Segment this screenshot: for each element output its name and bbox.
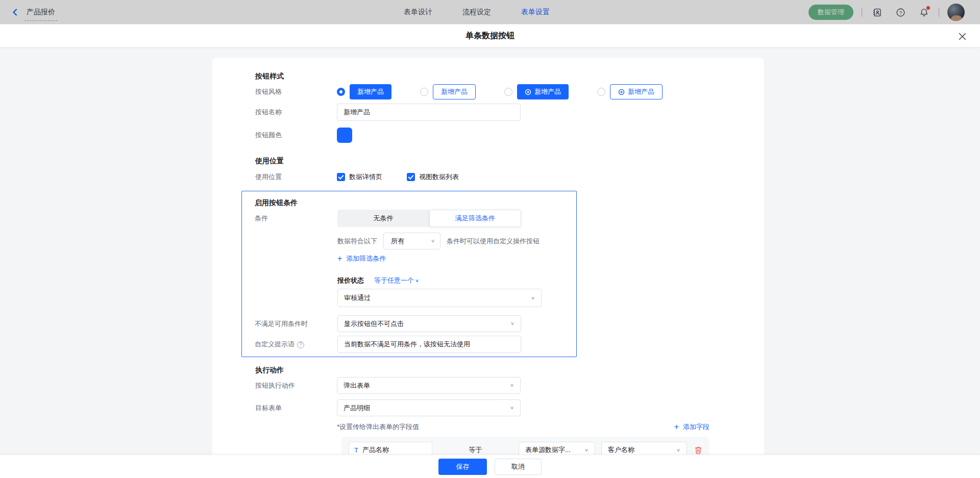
filter-operator-label: 等于任意一个 (374, 276, 414, 285)
custom-tip-row: 自定义提示语? (255, 336, 576, 353)
section-title-usage: 使用位置 (255, 156, 764, 165)
button-color-label: 按钮颜色 (255, 131, 337, 140)
field-values-label: *设置传给弹出表单的字段值 (337, 422, 674, 432)
segment-no-condition[interactable]: 无条件 (337, 210, 429, 227)
section-title-condition: 启用按钮条件 (255, 198, 576, 207)
button-action-label: 按钮执行动作 (255, 381, 337, 390)
bell-icon[interactable] (917, 6, 930, 19)
checkbox-label: 数据详情页 (349, 172, 382, 182)
custom-tip-label-text: 自定义提示语 (255, 340, 295, 348)
source-type-value: 表单源数据字... (525, 445, 584, 455)
circle-dot-icon (618, 89, 625, 95)
back-icon (11, 8, 19, 16)
custom-tip-label: 自定义提示语? (255, 340, 337, 349)
source-field-value: 客户名称 (608, 445, 676, 455)
dialog-footer: 保存 取消 (0, 455, 980, 478)
button-action-dropdown[interactable]: 弹出表单 ∨ (337, 377, 521, 394)
app-title[interactable]: 产品报价 (24, 7, 57, 21)
plus-icon: + (337, 255, 342, 263)
button-preview-outline: 新增产品 (433, 84, 476, 99)
target-form-dropdown[interactable]: 产品明细 ∨ (337, 399, 521, 416)
back-button[interactable] (11, 8, 19, 16)
add-filter-label: 添加筛选条件 (346, 254, 386, 263)
section-title-button-style: 按钮样式 (255, 71, 764, 81)
add-field-link[interactable]: + 添加字段 (674, 422, 709, 432)
svg-text:?: ? (899, 9, 902, 15)
radio-unchecked-icon[interactable] (504, 88, 512, 96)
button-action-value: 弹出表单 (344, 381, 510, 390)
style-option-outline[interactable]: 新增产品 (420, 84, 476, 99)
match-mode-select[interactable]: 所有 ∨ (383, 233, 440, 249)
dialog-title: 单条数据按钮 (465, 31, 514, 41)
question-circle-icon[interactable]: ? (297, 341, 304, 348)
filter-condition-header: 报价状态 等于任意一个 ∨ (337, 276, 576, 285)
condition-segmented-control: 无条件 满足筛选条件 (337, 210, 521, 227)
checkbox-label: 视图数据列表 (419, 172, 459, 182)
radio-checked-icon[interactable] (337, 88, 345, 96)
radio-unchecked-icon[interactable] (420, 88, 428, 96)
notification-dot (926, 6, 930, 10)
plus-icon: + (674, 423, 679, 431)
topbar-left: 产品报价 (11, 0, 57, 24)
avatar[interactable] (947, 4, 965, 21)
divider (862, 8, 862, 17)
section-title-action: 执行动作 (255, 365, 764, 374)
checkbox-checked-icon[interactable] (337, 173, 345, 181)
cancel-button[interactable]: 取消 (495, 459, 542, 475)
add-filter-link[interactable]: + 添加筛选条件 (337, 254, 576, 263)
button-style-row: 按钮风格 新增产品 新增产品 新增产品 (255, 83, 764, 100)
dialog-header: 单条数据按钮 (0, 24, 980, 47)
style-option-filled[interactable]: 新增产品 (337, 84, 391, 99)
filter-value-dropdown[interactable]: 审核通过 ∨ (337, 289, 542, 307)
button-name-input[interactable] (337, 104, 521, 121)
filter-field-name: 报价状态 (337, 276, 364, 285)
chevron-down-icon: ∨ (676, 447, 680, 452)
style-option-outline-icon[interactable]: 新增产品 (597, 84, 663, 99)
circle-dot-icon (525, 89, 531, 95)
target-form-label: 目标表单 (255, 404, 337, 413)
tab-flow-setting[interactable]: 流程设定 (462, 8, 491, 17)
match-suffix-text: 条件时可以使用自定义操作按钮 (447, 237, 540, 246)
chevron-down-icon: ∨ (431, 238, 435, 243)
chevron-down-icon: ∨ (510, 321, 514, 326)
tab-form-design[interactable]: 表单设计 (404, 8, 432, 17)
trash-icon[interactable] (694, 446, 702, 455)
chevron-down-icon: ∨ (531, 295, 535, 300)
button-name-row: 按钮名称 (255, 104, 764, 121)
data-manage-button[interactable]: 数据管理 (808, 5, 853, 20)
match-mode-value: 所有 (391, 237, 431, 246)
button-color-swatch[interactable] (337, 128, 352, 143)
radio-unchecked-icon[interactable] (597, 88, 605, 96)
checkbox-checked-icon[interactable] (407, 173, 415, 181)
style-option-filled-icon[interactable]: 新增产品 (504, 84, 569, 99)
contacts-icon[interactable] (870, 6, 884, 19)
checkbox-view-list[interactable]: 视图数据列表 (407, 172, 459, 182)
segment-filter-condition[interactable]: 满足筛选条件 (429, 210, 521, 227)
help-icon[interactable]: ? (894, 6, 907, 19)
tab-form-setting[interactable]: 表单设置 (521, 8, 550, 17)
unmet-condition-row: 不满足可用条件时 显示按钮但不可点击 ∨ (255, 315, 576, 332)
checkbox-detail-page[interactable]: 数据详情页 (337, 172, 382, 182)
button-preview-outline-icon: 新增产品 (610, 84, 663, 99)
button-action-row: 按钮执行动作 弹出表单 ∨ (255, 377, 764, 394)
add-field-label: 添加字段 (683, 422, 709, 432)
close-icon[interactable] (957, 31, 968, 42)
button-preview-filled: 新增产品 (350, 84, 391, 99)
button-name-label: 按钮名称 (255, 108, 337, 117)
match-rule-row: 数据符合以下 所有 ∨ 条件时可以使用自定义操作按钮 (337, 233, 576, 249)
target-field-name: 产品名称 (362, 445, 389, 455)
usage-row: 使用位置 数据详情页 视图数据列表 (255, 172, 764, 182)
save-button[interactable]: 保存 (438, 459, 487, 475)
custom-tip-input[interactable] (337, 336, 521, 353)
button-preview-label: 新增产品 (628, 87, 654, 96)
chevron-down-icon: ∨ (510, 383, 514, 388)
topbar-tabs: 表单设计 流程设定 表单设置 (404, 0, 550, 24)
topbar-right: 数据管理 ? (808, 0, 965, 24)
field-values-header: *设置传给弹出表单的字段值 + 添加字段 (337, 422, 709, 432)
condition-box: 启用按钮条件 条件 无条件 满足筛选条件 数据符合以下 所有 ∨ 条件时可以使用… (241, 191, 577, 357)
filter-operator-link[interactable]: 等于任意一个 ∨ (374, 276, 419, 285)
unmet-behavior-dropdown[interactable]: 显示按钮但不可点击 ∨ (337, 315, 521, 332)
condition-label: 条件 (255, 214, 337, 223)
button-preview-filled-icon: 新增产品 (517, 84, 569, 99)
target-form-value: 产品明细 (344, 404, 510, 413)
